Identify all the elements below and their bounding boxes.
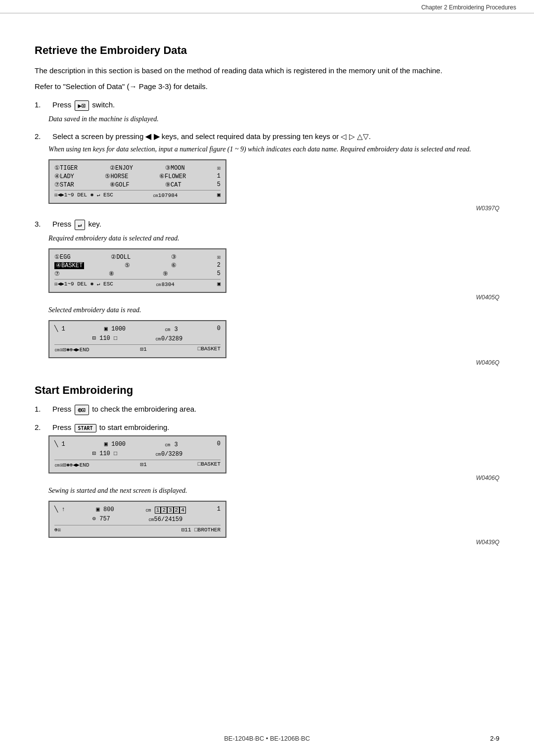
step2-text: Select a screen by pressing ◀ ▶ keys, an… — [52, 132, 371, 141]
s2-sub: Sewing is started and the next screen is… — [48, 485, 499, 496]
step2-num: 2. — [35, 132, 48, 141]
section1-intro1: The description in this section is based… — [35, 65, 499, 77]
step1-sub: Data saved in the machine is displayed. — [48, 114, 499, 124]
check-area-button-icon: ⊕⊡ — [75, 405, 89, 415]
wcode-w0439q: W0439Q — [48, 539, 499, 546]
step3-sub2: Selected embroidery data is read. — [48, 305, 499, 315]
s2-step2-text: Press START to start embroidering. — [52, 423, 170, 432]
wcode-w0405q: W0405Q — [48, 294, 499, 301]
screen-w0406q-2: ╲ 1 ▣ 1000 ㎝ 3 0 ⊡ 110 □ ㎝0/3289 ㎝☒⊡✱⊕◀▶… — [48, 435, 226, 473]
step2-sub: When using ten keys for data selection, … — [48, 144, 499, 154]
step1-num: 1. — [35, 100, 48, 109]
wcode-w0406q-1: W0406Q — [48, 359, 499, 366]
footer-model: BE-1204B·BC • BE-1206B·BC — [224, 735, 310, 742]
step3-num: 3. — [35, 220, 48, 228]
wcode-w0397q: W0397Q — [48, 205, 499, 212]
s2-step2-num: 2. — [35, 423, 48, 431]
s2-step1-text: Press ⊕⊡ to check the embroidering area. — [52, 405, 196, 415]
screen-w0405q: ①EGG ②DOLL ③ ☒ ④BASKET ⑤ ⑥ 2 ⑦ ⑧ ⑨ 5 — [48, 248, 226, 293]
enter-key-icon: ↵ — [75, 220, 86, 230]
page-number: 2-9 — [490, 735, 499, 742]
screen-w0406q-1: ╲ 1 ▣ 1000 ㎝ 3 0 ⊡ 110 □ ㎝0/3289 ㎝☒⊡✱⊕◀▶… — [48, 320, 226, 358]
screen-w0397q: ①TIGER ②ENJOY ③MOON ☒ ④LADY ⑤HORSE ⑥FLOW… — [48, 159, 226, 204]
switch-button-icon: ▶⊡ — [75, 100, 89, 111]
s2-step1-num: 1. — [35, 405, 48, 413]
screen-w0439q: ╲ ↑ ▣ 800 ㎝ 12324 1 ⊙ 757 ㎝56/24159 ⊕☒ ⊡… — [48, 501, 226, 538]
section1-intro2: Refer to "Selection of Data" (→ Page 3-3… — [35, 81, 499, 93]
chapter-header: Chapter 2 Embroidering Procedures — [421, 4, 516, 11]
step3-sub1: Required embroidery data is selected and… — [48, 233, 499, 243]
step1-text: Press ▶⊡ switch. — [52, 100, 115, 111]
step3-text: Press ↵ key. — [52, 220, 101, 230]
section1-title: Retrieve the Embroidery Data — [35, 44, 499, 57]
wcode-w0406q-2: W0406Q — [48, 474, 499, 481]
start-button-icon: START — [75, 424, 96, 432]
section2-title: Start Embroidering — [35, 384, 499, 397]
